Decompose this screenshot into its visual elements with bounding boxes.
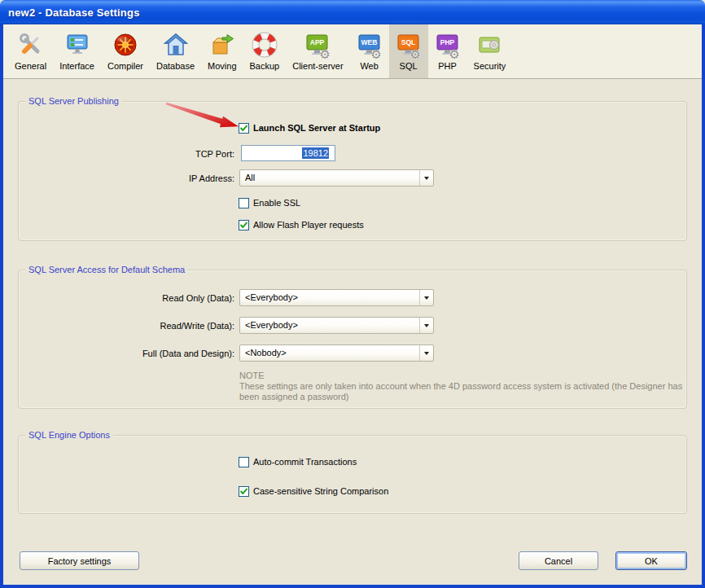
tab-label: Web (360, 61, 378, 71)
read-write-select[interactable]: <Everybody> (239, 317, 434, 334)
enable-ssl-label: Enable SSL (253, 198, 300, 208)
titlebar[interactable]: new2 - Database Settings (0, 0, 705, 24)
svg-text:WEB: WEB (361, 38, 377, 46)
tcp-port-input[interactable]: 19812 (241, 145, 335, 161)
tab-client-server[interactable]: APP Client-server (286, 24, 349, 78)
dropdown-arrow-icon[interactable] (419, 345, 433, 361)
enable-ssl-row: Enable SSL (239, 198, 300, 208)
allow-flash-checkbox[interactable] (239, 220, 249, 230)
red-callout-arrow-icon (164, 100, 242, 133)
ip-address-label: IP Address: (104, 173, 234, 184)
full-access-label: Full (Data and Design): (96, 348, 234, 359)
security-icon (476, 32, 502, 58)
interface-icon (64, 32, 90, 58)
moving-box-icon (209, 32, 235, 58)
auto-commit-label: Auto-commit Transactions (253, 457, 357, 467)
ok-label: OK (645, 556, 658, 566)
tab-sql[interactable]: SQL SQL (389, 24, 428, 78)
tab-label: Backup (250, 61, 280, 71)
enable-ssl-checkbox[interactable] (239, 198, 249, 208)
tcp-port-label: TCP Port: (104, 148, 234, 160)
launch-sql-server-row: Launch SQL Server at Startup (239, 123, 380, 134)
tab-label: Database (156, 61, 195, 71)
access-note: NOTE These settings are only taken into … (239, 371, 689, 402)
client-server-icon: APP (304, 32, 331, 58)
window-border-right (702, 24, 705, 585)
svg-text:APP: APP (310, 38, 325, 46)
tab-backup[interactable]: Backup (243, 24, 287, 78)
svg-text:SQL: SQL (401, 38, 414, 46)
tab-label: Security (474, 61, 506, 71)
tools-icon (18, 32, 44, 58)
house-icon (163, 32, 189, 58)
full-access-value: <Nobody> (240, 345, 419, 361)
ip-address-value: All (240, 170, 419, 186)
case-sensitive-label: Case-sensitive String Comparison (253, 486, 388, 497)
read-only-value: <Everybody> (240, 290, 419, 305)
read-write-value: <Everybody> (240, 318, 419, 333)
group-title: SQL Server Publishing (25, 96, 122, 106)
tab-general[interactable]: General (8, 24, 53, 78)
settings-toolbar: General Interface (3, 24, 702, 79)
allow-flash-row: Allow Flash Player requests (239, 220, 364, 230)
tab-php[interactable]: PHP PHP (428, 24, 467, 78)
group-sql-engine-options: SQL Engine Options (18, 435, 687, 514)
compiler-icon (112, 32, 138, 58)
full-access-select[interactable]: <Nobody> (239, 344, 434, 362)
tab-label: General (15, 61, 46, 71)
dropdown-arrow-icon[interactable] (419, 170, 433, 186)
sql-icon: SQL (396, 32, 422, 58)
ip-address-select[interactable]: All (239, 169, 434, 186)
lifesaver-icon (252, 32, 278, 58)
note-title: NOTE (239, 371, 689, 381)
launch-sql-server-checkbox[interactable] (239, 123, 249, 134)
tab-interface[interactable]: Interface (53, 24, 101, 78)
window-border-left (0, 24, 3, 585)
group-title: SQL Engine Options (25, 430, 113, 440)
tab-label: Client-server (292, 61, 343, 71)
window-border-bottom (0, 585, 705, 588)
case-sensitive-checkbox[interactable] (239, 486, 249, 497)
factory-settings-label: Factory settings (48, 556, 112, 566)
tab-compiler[interactable]: Compiler (101, 24, 150, 78)
group-title: SQL Server Access for Default Schema (25, 265, 188, 274)
tab-moving[interactable]: Moving (201, 24, 243, 78)
allow-flash-label: Allow Flash Player requests (253, 220, 364, 230)
tab-label: Interface (59, 61, 94, 71)
case-sensitive-row: Case-sensitive String Comparison (239, 486, 388, 497)
svg-text:PHP: PHP (440, 38, 454, 46)
dropdown-arrow-icon[interactable] (419, 318, 433, 333)
auto-commit-row: Auto-commit Transactions (239, 457, 357, 467)
tab-database[interactable]: Database (150, 24, 201, 78)
tab-web[interactable]: WEB Web (350, 24, 389, 78)
tcp-port-value: 19812 (302, 147, 329, 159)
read-write-label: Read/Write (Data): (96, 320, 234, 331)
tab-label: PHP (438, 61, 457, 71)
database-settings-window: new2 - Database Settings General (0, 0, 705, 588)
web-icon: WEB (357, 32, 383, 58)
read-only-select[interactable]: <Everybody> (239, 289, 434, 306)
cancel-button[interactable]: Cancel (519, 551, 598, 570)
tab-security[interactable]: Security (467, 24, 513, 78)
window-title: new2 - Database Settings (8, 7, 140, 19)
note-text: These settings are only taken into accou… (239, 381, 689, 402)
launch-sql-server-label: Launch SQL Server at Startup (253, 123, 380, 134)
php-icon: PHP (435, 32, 461, 58)
tab-label: Moving (208, 61, 236, 71)
factory-settings-button[interactable]: Factory settings (20, 551, 139, 570)
ok-button[interactable]: OK (615, 551, 687, 570)
read-only-label: Read Only (Data): (96, 292, 234, 304)
tab-label: SQL (400, 61, 418, 71)
auto-commit-checkbox[interactable] (239, 457, 249, 467)
tab-label: Compiler (107, 61, 143, 71)
cancel-label: Cancel (545, 556, 572, 566)
dropdown-arrow-icon[interactable] (419, 290, 433, 305)
